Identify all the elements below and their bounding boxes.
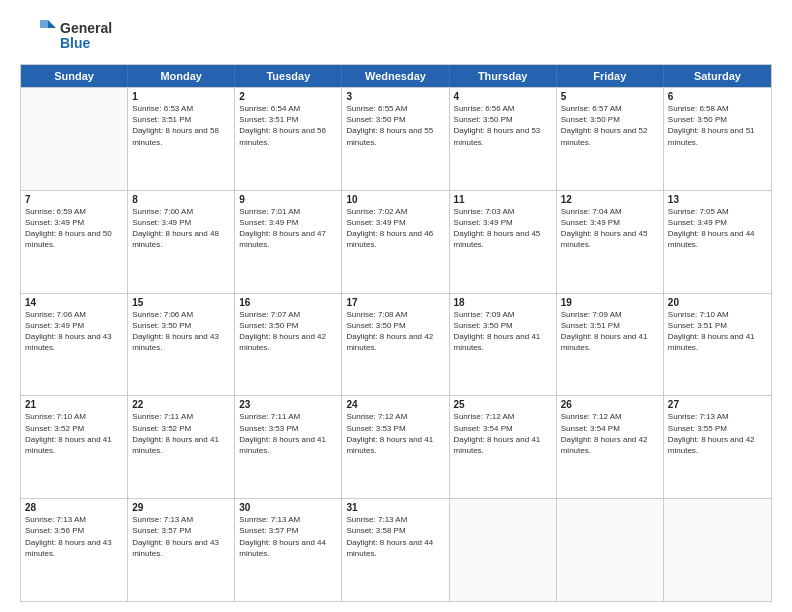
day-cell-15: 15 Sunrise: 7:06 AM Sunset: 3:50 PM Dayl… xyxy=(128,294,235,396)
day-cell-16: 16 Sunrise: 7:07 AM Sunset: 3:50 PM Dayl… xyxy=(235,294,342,396)
day-cell-17: 17 Sunrise: 7:08 AM Sunset: 3:50 PM Dayl… xyxy=(342,294,449,396)
logo-svg xyxy=(20,18,56,54)
day-info: Sunrise: 7:06 AM Sunset: 3:49 PM Dayligh… xyxy=(25,309,123,354)
day-cell-10: 10 Sunrise: 7:02 AM Sunset: 3:49 PM Dayl… xyxy=(342,191,449,293)
day-number: 26 xyxy=(561,399,659,410)
day-number: 28 xyxy=(25,502,123,513)
svg-rect-1 xyxy=(40,20,48,28)
day-info: Sunrise: 7:13 AM Sunset: 3:56 PM Dayligh… xyxy=(25,514,123,559)
day-info: Sunrise: 7:11 AM Sunset: 3:52 PM Dayligh… xyxy=(132,411,230,456)
day-info: Sunrise: 6:58 AM Sunset: 3:50 PM Dayligh… xyxy=(668,103,767,148)
day-number: 3 xyxy=(346,91,444,102)
day-info: Sunrise: 6:56 AM Sunset: 3:50 PM Dayligh… xyxy=(454,103,552,148)
day-number: 1 xyxy=(132,91,230,102)
day-cell-27: 27 Sunrise: 7:13 AM Sunset: 3:55 PM Dayl… xyxy=(664,396,771,498)
day-number: 11 xyxy=(454,194,552,205)
day-cell-29: 29 Sunrise: 7:13 AM Sunset: 3:57 PM Dayl… xyxy=(128,499,235,601)
week-row-4: 21 Sunrise: 7:10 AM Sunset: 3:52 PM Dayl… xyxy=(21,395,771,498)
day-number: 7 xyxy=(25,194,123,205)
day-cell-25: 25 Sunrise: 7:12 AM Sunset: 3:54 PM Dayl… xyxy=(450,396,557,498)
day-number: 23 xyxy=(239,399,337,410)
day-info: Sunrise: 7:13 AM Sunset: 3:55 PM Dayligh… xyxy=(668,411,767,456)
day-number: 25 xyxy=(454,399,552,410)
week-row-2: 7 Sunrise: 6:59 AM Sunset: 3:49 PM Dayli… xyxy=(21,190,771,293)
page-header: General Blue xyxy=(20,18,772,54)
day-number: 12 xyxy=(561,194,659,205)
svg-marker-0 xyxy=(48,20,56,28)
week-row-1: 1 Sunrise: 6:53 AM Sunset: 3:51 PM Dayli… xyxy=(21,87,771,190)
day-number: 14 xyxy=(25,297,123,308)
day-info: Sunrise: 7:00 AM Sunset: 3:49 PM Dayligh… xyxy=(132,206,230,251)
day-cell-6: 6 Sunrise: 6:58 AM Sunset: 3:50 PM Dayli… xyxy=(664,88,771,190)
day-cell-30: 30 Sunrise: 7:13 AM Sunset: 3:57 PM Dayl… xyxy=(235,499,342,601)
day-cell-11: 11 Sunrise: 7:03 AM Sunset: 3:49 PM Dayl… xyxy=(450,191,557,293)
day-info: Sunrise: 7:13 AM Sunset: 3:57 PM Dayligh… xyxy=(132,514,230,559)
day-number: 27 xyxy=(668,399,767,410)
day-info: Sunrise: 6:57 AM Sunset: 3:50 PM Dayligh… xyxy=(561,103,659,148)
header-day-wednesday: Wednesday xyxy=(342,65,449,87)
day-number: 22 xyxy=(132,399,230,410)
header-day-friday: Friday xyxy=(557,65,664,87)
header-day-tuesday: Tuesday xyxy=(235,65,342,87)
day-cell-23: 23 Sunrise: 7:11 AM Sunset: 3:53 PM Dayl… xyxy=(235,396,342,498)
day-number: 16 xyxy=(239,297,337,308)
day-cell-14: 14 Sunrise: 7:06 AM Sunset: 3:49 PM Dayl… xyxy=(21,294,128,396)
day-info: Sunrise: 6:53 AM Sunset: 3:51 PM Dayligh… xyxy=(132,103,230,148)
day-cell-22: 22 Sunrise: 7:11 AM Sunset: 3:52 PM Dayl… xyxy=(128,396,235,498)
day-cell-8: 8 Sunrise: 7:00 AM Sunset: 3:49 PM Dayli… xyxy=(128,191,235,293)
day-cell-4: 4 Sunrise: 6:56 AM Sunset: 3:50 PM Dayli… xyxy=(450,88,557,190)
day-info: Sunrise: 6:54 AM Sunset: 3:51 PM Dayligh… xyxy=(239,103,337,148)
day-info: Sunrise: 7:10 AM Sunset: 3:51 PM Dayligh… xyxy=(668,309,767,354)
header-day-sunday: Sunday xyxy=(21,65,128,87)
empty-cell xyxy=(664,499,771,601)
day-info: Sunrise: 6:55 AM Sunset: 3:50 PM Dayligh… xyxy=(346,103,444,148)
day-info: Sunrise: 7:04 AM Sunset: 3:49 PM Dayligh… xyxy=(561,206,659,251)
day-number: 21 xyxy=(25,399,123,410)
calendar-body: 1 Sunrise: 6:53 AM Sunset: 3:51 PM Dayli… xyxy=(21,87,771,601)
day-number: 30 xyxy=(239,502,337,513)
day-number: 17 xyxy=(346,297,444,308)
day-cell-5: 5 Sunrise: 6:57 AM Sunset: 3:50 PM Dayli… xyxy=(557,88,664,190)
day-cell-26: 26 Sunrise: 7:12 AM Sunset: 3:54 PM Dayl… xyxy=(557,396,664,498)
day-number: 29 xyxy=(132,502,230,513)
day-cell-21: 21 Sunrise: 7:10 AM Sunset: 3:52 PM Dayl… xyxy=(21,396,128,498)
day-info: Sunrise: 7:05 AM Sunset: 3:49 PM Dayligh… xyxy=(668,206,767,251)
logo-blue: Blue xyxy=(60,36,112,51)
day-number: 13 xyxy=(668,194,767,205)
empty-cell xyxy=(557,499,664,601)
day-number: 4 xyxy=(454,91,552,102)
day-cell-20: 20 Sunrise: 7:10 AM Sunset: 3:51 PM Dayl… xyxy=(664,294,771,396)
day-info: Sunrise: 7:12 AM Sunset: 3:53 PM Dayligh… xyxy=(346,411,444,456)
day-info: Sunrise: 7:10 AM Sunset: 3:52 PM Dayligh… xyxy=(25,411,123,456)
day-number: 15 xyxy=(132,297,230,308)
day-number: 20 xyxy=(668,297,767,308)
day-cell-3: 3 Sunrise: 6:55 AM Sunset: 3:50 PM Dayli… xyxy=(342,88,449,190)
day-info: Sunrise: 7:03 AM Sunset: 3:49 PM Dayligh… xyxy=(454,206,552,251)
day-cell-7: 7 Sunrise: 6:59 AM Sunset: 3:49 PM Dayli… xyxy=(21,191,128,293)
header-day-thursday: Thursday xyxy=(450,65,557,87)
week-row-3: 14 Sunrise: 7:06 AM Sunset: 3:49 PM Dayl… xyxy=(21,293,771,396)
day-info: Sunrise: 7:09 AM Sunset: 3:50 PM Dayligh… xyxy=(454,309,552,354)
header-day-saturday: Saturday xyxy=(664,65,771,87)
day-number: 18 xyxy=(454,297,552,308)
day-cell-18: 18 Sunrise: 7:09 AM Sunset: 3:50 PM Dayl… xyxy=(450,294,557,396)
day-info: Sunrise: 7:08 AM Sunset: 3:50 PM Dayligh… xyxy=(346,309,444,354)
day-number: 24 xyxy=(346,399,444,410)
day-number: 8 xyxy=(132,194,230,205)
day-info: Sunrise: 7:13 AM Sunset: 3:57 PM Dayligh… xyxy=(239,514,337,559)
day-info: Sunrise: 7:01 AM Sunset: 3:49 PM Dayligh… xyxy=(239,206,337,251)
day-cell-12: 12 Sunrise: 7:04 AM Sunset: 3:49 PM Dayl… xyxy=(557,191,664,293)
day-number: 2 xyxy=(239,91,337,102)
calendar: SundayMondayTuesdayWednesdayThursdayFrid… xyxy=(20,64,772,602)
day-cell-24: 24 Sunrise: 7:12 AM Sunset: 3:53 PM Dayl… xyxy=(342,396,449,498)
day-info: Sunrise: 7:13 AM Sunset: 3:58 PM Dayligh… xyxy=(346,514,444,559)
day-info: Sunrise: 7:12 AM Sunset: 3:54 PM Dayligh… xyxy=(561,411,659,456)
logo: General Blue xyxy=(20,18,112,54)
day-info: Sunrise: 6:59 AM Sunset: 3:49 PM Dayligh… xyxy=(25,206,123,251)
empty-cell xyxy=(21,88,128,190)
logo-text: General Blue xyxy=(60,21,112,52)
day-cell-31: 31 Sunrise: 7:13 AM Sunset: 3:58 PM Dayl… xyxy=(342,499,449,601)
day-number: 9 xyxy=(239,194,337,205)
day-cell-28: 28 Sunrise: 7:13 AM Sunset: 3:56 PM Dayl… xyxy=(21,499,128,601)
day-info: Sunrise: 7:09 AM Sunset: 3:51 PM Dayligh… xyxy=(561,309,659,354)
